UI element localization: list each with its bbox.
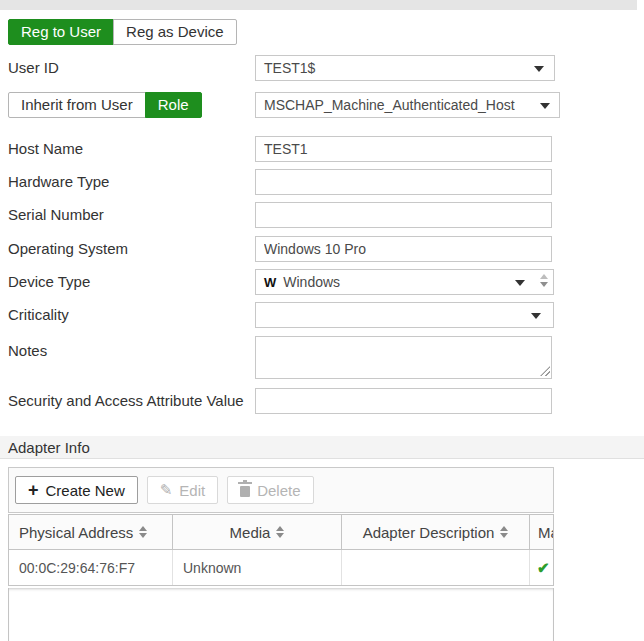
operating-system-input[interactable]	[255, 236, 552, 262]
role-source-toggle: Inherit from User Role	[8, 92, 202, 118]
check-icon: ✔	[537, 559, 550, 577]
cell-adapter-description	[341, 550, 529, 585]
chevron-down-icon	[531, 313, 541, 319]
criticality-label: Criticality	[8, 302, 69, 328]
column-header-label: Adapter Description	[363, 524, 495, 541]
adapter-info-section-header: Adapter Info	[0, 436, 644, 459]
column-header-label: Physical Address	[19, 524, 133, 541]
column-header-media[interactable]: Media	[172, 515, 341, 549]
reg-mode-toggle: Reg to User Reg as Device	[8, 19, 237, 45]
hardware-type-input[interactable]	[255, 169, 552, 195]
reg-as-device-button[interactable]: Reg as Device	[113, 19, 237, 45]
adapter-table: Physical Address Media Adapter Descripti…	[8, 514, 554, 586]
delete-button[interactable]: Delete	[227, 476, 313, 504]
user-id-label: User ID	[8, 55, 59, 81]
column-header-mac[interactable]: Mac	[529, 515, 553, 549]
notes-textarea[interactable]	[255, 336, 552, 379]
serial-number-input[interactable]	[255, 202, 552, 228]
operating-system-label: Operating System	[8, 236, 128, 262]
chevron-down-icon	[534, 66, 544, 72]
adapter-toolbar: + Create New ✎ Edit Delete	[8, 467, 554, 513]
cell-media: Unknown	[172, 550, 341, 585]
top-divider-strip	[0, 0, 637, 10]
windows-icon: W	[264, 275, 276, 290]
spin-up-icon	[540, 274, 548, 279]
device-type-value: Windows	[283, 274, 340, 290]
spin-down-icon	[540, 282, 548, 287]
device-type-combo[interactable]: WWindows	[255, 269, 554, 295]
device-type-label: Device Type	[8, 269, 90, 295]
security-attr-label: Security and Access Attribute Value	[8, 388, 244, 414]
criticality-select[interactable]	[255, 302, 554, 328]
adapter-table-empty-area	[8, 588, 554, 641]
sort-icon	[500, 526, 508, 538]
chevron-down-icon	[540, 103, 550, 109]
role-select[interactable]: MSCHAP_Machine_Authenticated_Host	[255, 92, 560, 118]
delete-label: Delete	[257, 482, 300, 499]
user-id-select[interactable]: TEST1$	[255, 55, 555, 81]
role-button[interactable]: Role	[145, 92, 202, 118]
user-id-value: TEST1$	[264, 60, 315, 76]
chevron-down-icon	[515, 280, 525, 286]
inherit-from-user-button[interactable]: Inherit from User	[8, 92, 146, 118]
register-host-form: Reg to User Reg as Device User ID TEST1$…	[0, 0, 644, 641]
adapter-info-title: Adapter Info	[8, 439, 90, 456]
host-name-input[interactable]	[255, 136, 552, 162]
pencil-icon: ✎	[160, 481, 173, 499]
create-new-button[interactable]: + Create New	[15, 476, 138, 504]
security-attr-input[interactable]	[255, 388, 552, 414]
reg-to-user-button[interactable]: Reg to User	[8, 19, 114, 45]
serial-number-label: Serial Number	[8, 202, 104, 228]
adapter-table-row[interactable]: 00:0C:29:64:76:F7 Unknown ✔	[9, 550, 553, 585]
plus-icon: +	[28, 481, 39, 499]
sort-icon	[139, 526, 147, 538]
hardware-type-label: Hardware Type	[8, 169, 109, 195]
column-header-adapter-description[interactable]: Adapter Description	[341, 515, 529, 549]
cell-mac-status: ✔	[529, 550, 553, 585]
trash-icon	[240, 486, 250, 497]
notes-label: Notes	[8, 338, 47, 364]
edit-label: Edit	[179, 482, 205, 499]
device-type-spinner[interactable]	[540, 274, 548, 287]
cell-physical-address: 00:0C:29:64:76:F7	[9, 550, 172, 585]
role-value: MSCHAP_Machine_Authenticated_Host	[264, 97, 515, 113]
column-header-label: Media	[230, 524, 271, 541]
create-new-label: Create New	[46, 482, 125, 499]
host-name-label: Host Name	[8, 136, 83, 162]
column-header-physical-address[interactable]: Physical Address	[9, 515, 172, 549]
column-header-label: Mac	[538, 524, 553, 541]
sort-icon	[276, 526, 284, 538]
edit-button[interactable]: ✎ Edit	[147, 476, 218, 504]
adapter-table-header: Physical Address Media Adapter Descripti…	[9, 515, 553, 550]
